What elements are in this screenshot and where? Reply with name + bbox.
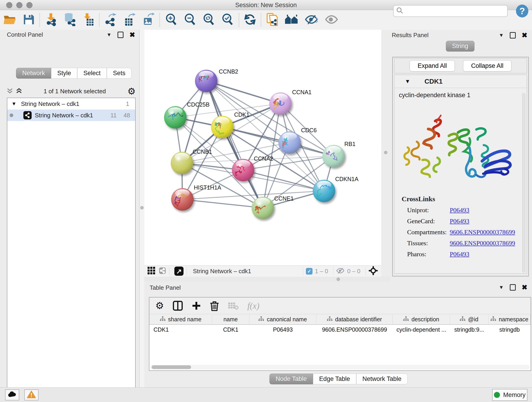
network-options-gear-icon[interactable]: ⚙ bbox=[127, 87, 136, 96]
table-cell[interactable]: CDK1 bbox=[149, 325, 212, 334]
table-cell[interactable]: stringdb bbox=[488, 325, 531, 334]
zoom-in-button[interactable] bbox=[162, 13, 181, 27]
left-splitter-grip[interactable] bbox=[140, 206, 144, 210]
column-header-description[interactable]: description bbox=[393, 314, 450, 324]
network-node-ccna1[interactable] bbox=[269, 92, 292, 115]
table-collapse-icon[interactable]: ▼ bbox=[499, 284, 504, 290]
expand-all-chevrons-icon[interactable] bbox=[16, 87, 22, 95]
detach-view-icon[interactable] bbox=[174, 267, 184, 276]
delete-table-icon[interactable] bbox=[228, 302, 239, 310]
import-network-file-button[interactable] bbox=[42, 13, 60, 27]
network-node-ccnb2[interactable] bbox=[195, 70, 217, 92]
collapse-all-chevrons-icon[interactable] bbox=[7, 87, 13, 95]
collection-expand-icon[interactable]: ▼ bbox=[12, 101, 17, 107]
collapse-all-button[interactable]: Collapse All bbox=[463, 60, 511, 71]
cloud-button[interactable] bbox=[5, 389, 19, 400]
tab-network[interactable]: Network bbox=[16, 68, 51, 79]
tab-edge-table[interactable]: Edge Table bbox=[313, 374, 356, 384]
show-all-button[interactable] bbox=[322, 13, 341, 27]
panel-close-icon[interactable]: ✖ bbox=[129, 32, 135, 37]
column-header--id[interactable]: @id bbox=[450, 314, 488, 324]
export-network-button[interactable] bbox=[101, 13, 120, 27]
panel-collapse-icon[interactable]: ▼ bbox=[107, 32, 112, 38]
table-cell[interactable]: 9606.ENSP00000378699 bbox=[317, 325, 393, 334]
table-hscrollbar[interactable] bbox=[150, 365, 530, 370]
grid-view-icon[interactable] bbox=[147, 267, 155, 275]
table-cell[interactable]: CDK1 bbox=[212, 325, 249, 334]
column-header-canonical-name[interactable]: canonical name bbox=[249, 314, 317, 324]
network-node-cdc25b[interactable] bbox=[164, 106, 186, 128]
network-row[interactable]: String Network – cdk1 11 48 bbox=[7, 109, 135, 121]
first-neighbors-button[interactable] bbox=[281, 13, 302, 27]
protein-description: cyclin-dependent kinase 1 bbox=[399, 92, 527, 99]
horizontal-splitter-grip[interactable] bbox=[336, 278, 340, 281]
tab-string[interactable]: String bbox=[446, 41, 475, 51]
crosslink-link[interactable]: P06493 bbox=[450, 206, 469, 214]
protein-expand-icon[interactable]: ▼ bbox=[405, 78, 410, 85]
expand-all-button[interactable]: Expand All bbox=[410, 60, 455, 71]
results-float-icon[interactable] bbox=[510, 32, 516, 38]
right-splitter[interactable] bbox=[381, 30, 390, 282]
network-node-cdc6[interactable] bbox=[278, 131, 301, 154]
selected-checkbox-icon[interactable] bbox=[306, 268, 312, 274]
copy-network-button[interactable] bbox=[263, 13, 281, 27]
function-builder-icon[interactable]: f(x) bbox=[247, 301, 260, 311]
export-table-button[interactable] bbox=[120, 13, 139, 27]
network-canvas[interactable]: CCNB2CCNA1CDC25BCDK1CDC6RB1CCNB1CCNA2CDK… bbox=[144, 30, 381, 265]
tab-node-table[interactable]: Node Table bbox=[269, 374, 313, 384]
tab-sets[interactable]: Sets bbox=[107, 68, 132, 79]
column-header-namespace[interactable]: namespace bbox=[488, 314, 531, 324]
column-header-name[interactable]: name bbox=[212, 314, 249, 324]
network-collection-row[interactable]: ▼ String Network – cdk1 1 bbox=[7, 98, 135, 109]
import-table-button[interactable] bbox=[79, 13, 97, 27]
warning-button[interactable] bbox=[24, 389, 38, 400]
open-session-button[interactable] bbox=[0, 13, 20, 27]
column-header-shared-name[interactable]: shared name bbox=[149, 314, 212, 324]
tab-style[interactable]: Style bbox=[51, 68, 77, 79]
results-scrollbar[interactable] bbox=[522, 93, 525, 273]
table-cell[interactable]: cyclin-dependent ... bbox=[393, 325, 450, 334]
table-tabs: Node TableEdge TableNetwork Table bbox=[269, 374, 408, 384]
import-network-database-button[interactable] bbox=[60, 13, 79, 27]
search-input[interactable] bbox=[405, 7, 505, 15]
show-columns-icon[interactable] bbox=[173, 301, 183, 311]
refresh-icon bbox=[244, 13, 256, 26]
zoom-selected-button[interactable] bbox=[218, 13, 237, 27]
table-cell[interactable]: stringdb:9... bbox=[450, 325, 488, 334]
zoom-out-button[interactable] bbox=[181, 13, 199, 27]
crosslink-link[interactable]: 9606.ENSP00000378699 bbox=[450, 240, 515, 247]
table-float-icon[interactable] bbox=[510, 284, 516, 291]
crosslink-link[interactable]: P06493 bbox=[450, 250, 469, 258]
network-node-cdk1[interactable] bbox=[211, 116, 234, 138]
network-node-rb1[interactable] bbox=[322, 145, 345, 167]
table-cell[interactable]: P06493 bbox=[249, 325, 317, 334]
zoom-fit-button[interactable] bbox=[199, 13, 218, 27]
hide-selected-button[interactable] bbox=[302, 13, 322, 27]
panel-float-icon[interactable] bbox=[118, 32, 123, 38]
tab-select[interactable]: Select bbox=[77, 68, 107, 79]
right-splitter-grip[interactable] bbox=[384, 151, 387, 154]
share-view-icon[interactable] bbox=[158, 267, 166, 275]
table-close-icon[interactable]: ✖ bbox=[522, 285, 527, 290]
table-options-gear-icon[interactable]: ⚙ bbox=[155, 301, 164, 311]
navigator-crosshair-icon[interactable] bbox=[368, 266, 378, 276]
delete-column-icon[interactable] bbox=[210, 300, 219, 311]
help-button[interactable]: ? bbox=[516, 5, 528, 17]
network-node-ccnb1[interactable] bbox=[171, 152, 193, 174]
table-row[interactable]: CDK1CDK1P064939606.ENSP00000378699cyclin… bbox=[149, 325, 531, 334]
crosslink-link[interactable]: 9606.ENSP00000378699 bbox=[450, 229, 515, 236]
network-node-ccne1[interactable] bbox=[252, 197, 274, 219]
results-close-icon[interactable]: ✖ bbox=[522, 33, 527, 38]
add-column-icon[interactable] bbox=[191, 301, 201, 311]
column-header-database-identifier[interactable]: database identifier bbox=[317, 314, 393, 324]
network-node-cdkn1a[interactable] bbox=[313, 180, 335, 202]
results-collapse-icon[interactable]: ▼ bbox=[499, 32, 504, 38]
export-image-button[interactable] bbox=[139, 13, 158, 27]
save-session-button[interactable] bbox=[20, 13, 38, 27]
network-node-ccna2[interactable] bbox=[232, 159, 254, 181]
network-node-hist1h1a[interactable] bbox=[171, 188, 194, 211]
tab-network-table[interactable]: Network Table bbox=[356, 374, 408, 384]
memory-button[interactable]: Memory bbox=[492, 389, 527, 401]
crosslink-link[interactable]: P06493 bbox=[450, 217, 469, 225]
refresh-button[interactable] bbox=[241, 13, 259, 27]
